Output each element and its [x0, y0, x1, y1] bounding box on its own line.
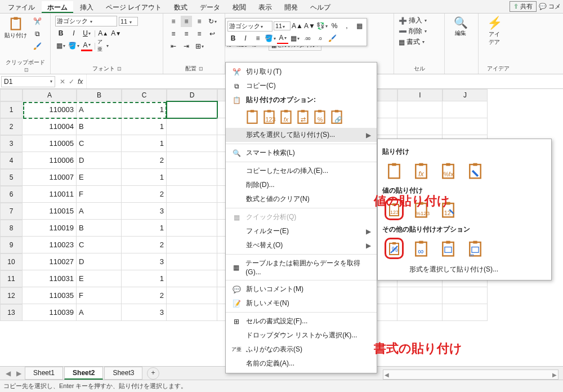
cell[interactable]: 1 — [122, 135, 167, 152]
editing-button[interactable]: 🔍 編集 — [448, 15, 473, 38]
cell[interactable] — [167, 220, 217, 237]
row-header[interactable]: 5 — [0, 169, 23, 186]
indent-dec-icon[interactable]: ⇤ — [168, 41, 179, 52]
cell[interactable] — [167, 253, 217, 270]
ctx-clear[interactable]: 数式と値のクリア(N) — [226, 192, 377, 206]
cell[interactable]: C — [77, 237, 122, 253]
cell[interactable]: 110003 — [23, 101, 77, 118]
tab-表示[interactable]: 表示 — [253, 1, 278, 13]
mini-align-icon[interactable]: ≡ — [252, 33, 263, 44]
cell[interactable]: 2 — [122, 237, 167, 253]
phonetic-icon[interactable]: ア亜▾ — [97, 40, 109, 51]
sheet-tab[interactable]: Sheet2 — [64, 367, 103, 380]
ctx-get-data[interactable]: ▦テーブルまたは範囲からデータを取得(G)... — [226, 256, 377, 278]
cell[interactable]: 2 — [122, 287, 167, 304]
share-button[interactable]: ⇪共有 — [510, 1, 537, 12]
mini-italic-icon[interactable]: I — [240, 33, 251, 44]
tab-ヘルプ[interactable]: ヘルプ — [305, 1, 336, 13]
cell[interactable] — [167, 101, 217, 118]
cell[interactable]: A — [77, 101, 122, 118]
mini-bold-icon[interactable]: B — [227, 33, 239, 44]
row-header[interactable]: 1 — [0, 101, 23, 118]
tab-数式[interactable]: 数式 — [168, 1, 193, 13]
cell[interactable]: 110031 — [23, 270, 77, 287]
sheet-nav-next-icon[interactable]: ▶ — [14, 369, 24, 377]
cell[interactable]: F — [77, 186, 122, 203]
decrease-font-icon[interactable]: A▼ — [110, 28, 122, 39]
tab-ファイル[interactable]: ファイル — [2, 1, 41, 13]
ctx-cut[interactable]: ✂️切り取り(T) — [226, 65, 377, 79]
row-header[interactable]: 8 — [0, 220, 23, 237]
mini-comma-icon[interactable]: , — [341, 20, 352, 32]
fill-color-icon[interactable]: 🪣▾ — [68, 40, 79, 51]
mini-font-name[interactable]: 游ゴシック▾ — [227, 21, 272, 32]
ctx-dropdown[interactable]: ドロップダウン リストから選択(K)... — [226, 328, 377, 342]
paste-button[interactable]: 貼り付け — [3, 15, 28, 41]
mini-font-color-icon[interactable]: A▾ — [277, 33, 288, 44]
cell[interactable]: 1 — [122, 220, 167, 237]
paste-values-numfmt-icon[interactable]: %123 — [412, 199, 431, 220]
ctx-smart-lookup[interactable]: 🔍スマート検索(L) — [226, 146, 377, 160]
tab-挿入[interactable]: 挿入 — [74, 1, 99, 13]
dialog-launcher-icon[interactable]: ⊡ — [24, 67, 29, 73]
align-right-icon[interactable]: ≡ — [194, 28, 205, 39]
increase-font-icon[interactable]: A▲ — [97, 28, 109, 39]
mini-inc-font-icon[interactable]: A▲ — [292, 20, 303, 32]
mini-painter-icon[interactable]: 🖌️ — [327, 33, 338, 44]
ctx-paste-special[interactable]: 形式を選択して貼り付け(S)...▶ — [226, 128, 377, 142]
cell[interactable]: D — [77, 253, 122, 270]
cell[interactable]: A — [77, 203, 122, 220]
paste-values-icon[interactable]: 123 — [385, 199, 404, 220]
cell[interactable] — [443, 287, 488, 304]
cell[interactable] — [167, 152, 217, 169]
ctx-furigana[interactable]: ア亜ふりがなの表示(S) — [226, 342, 377, 357]
cell[interactable]: 110011 — [23, 186, 77, 203]
cell[interactable]: A — [77, 304, 122, 321]
insert-cells[interactable]: ➕挿入▾ — [399, 16, 427, 25]
format-painter-icon[interactable]: 🖌️ — [32, 41, 43, 52]
font-size[interactable]: 11 ▾ — [119, 17, 138, 26]
cell[interactable]: 110004 — [23, 118, 77, 135]
add-sheet-button[interactable]: ＋ — [147, 367, 159, 380]
mini-cond-format-icon[interactable]: ▦ — [354, 20, 365, 32]
cell[interactable]: 3 — [122, 253, 167, 270]
row-header[interactable]: 11 — [0, 270, 23, 287]
ctx-copy[interactable]: ⧉コピー(C) — [226, 79, 377, 93]
tab-開発[interactable]: 開発 — [279, 1, 303, 13]
col-header[interactable]: J — [443, 89, 488, 101]
paste-formatting-icon[interactable]: % — [312, 108, 327, 127]
cell[interactable]: 1 — [122, 101, 167, 118]
col-header[interactable]: C — [122, 89, 167, 101]
cell[interactable]: 2 — [122, 186, 167, 203]
cell[interactable]: B — [77, 118, 122, 135]
ctx-new-comment[interactable]: 💬新しいコメント(M) — [226, 282, 377, 296]
cell[interactable]: 110019 — [23, 220, 77, 237]
mini-fill-icon[interactable]: 🪣▾ — [265, 33, 276, 44]
cell[interactable]: 1 — [122, 118, 167, 135]
flyout-paste-special-link[interactable]: 形式を選択して貼り付け(S)... — [382, 265, 547, 274]
ctx-sort[interactable]: 並べ替え(O)▶ — [226, 238, 377, 252]
row-header[interactable]: 12 — [0, 287, 23, 304]
name-box[interactable]: D1▾ — [1, 76, 55, 87]
col-header[interactable]: B — [77, 89, 122, 101]
cell[interactable]: 3 — [122, 203, 167, 220]
cell[interactable]: 1 — [122, 270, 167, 287]
cancel-icon[interactable]: ✕ — [60, 78, 65, 86]
cell[interactable]: 110006 — [23, 152, 77, 169]
row-header[interactable]: 6 — [0, 186, 23, 203]
ctx-define-name[interactable]: 名前の定義(A)... — [226, 357, 377, 371]
cell[interactable]: 110005 — [23, 135, 77, 152]
cell[interactable] — [167, 203, 217, 220]
font-color-icon[interactable]: A▾ — [81, 40, 92, 51]
mini-dec-dec-icon[interactable]: .0 — [314, 33, 325, 44]
ctx-delete[interactable]: 削除(D)... — [226, 178, 377, 192]
paste-formulas-icon[interactable]: fx — [412, 160, 431, 181]
dialog-launcher-icon[interactable]: ⊡ — [199, 66, 203, 72]
paste-all-icon[interactable] — [385, 160, 404, 181]
cell[interactable]: 3 — [122, 304, 167, 321]
mini-border-icon[interactable]: ▦▾ — [289, 33, 301, 44]
cell[interactable]: B — [77, 220, 122, 237]
delete-cells[interactable]: ➖削除▾ — [399, 26, 427, 36]
mini-inc-dec-icon[interactable]: .00 — [302, 33, 313, 44]
enter-icon[interactable]: ✓ — [69, 78, 74, 86]
